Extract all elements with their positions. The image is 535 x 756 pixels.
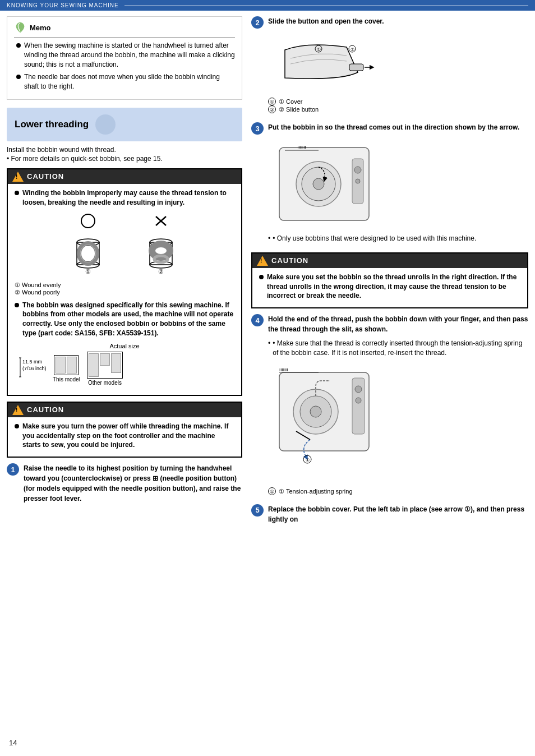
caution1-list-2: The bobbin was designed specifically for… <box>15 301 234 338</box>
size-box-other: Other models <box>87 352 123 386</box>
this-model-label: This model <box>53 376 80 382</box>
size-rect-inner-this <box>56 357 66 374</box>
svg-text:11.5 mm: 11.5 mm <box>22 359 42 365</box>
size-arrow-svg: 11.5 mm (7/16 inch) <box>15 353 48 381</box>
step-4-header: 4 Hold the end of the thread, push the b… <box>251 314 528 334</box>
cover-circle-2: ② <box>268 105 276 113</box>
caution-triangle-2 <box>12 405 24 415</box>
caution3-list: Make sure you set the bobbin so the thre… <box>259 273 520 301</box>
size-diagram: Actual size 11.5 mm (7/16 inch) <box>15 343 234 386</box>
section-decorative-circle <box>94 113 117 136</box>
cover-diagram-svg: ① ② <box>268 33 380 95</box>
size-box-this: This model <box>53 355 80 382</box>
caution1-item-2: The bobbin was designed specifically for… <box>15 301 234 338</box>
caution-header-3: CAUTION <box>252 253 527 268</box>
svg-text:(7/16 inch): (7/16 inch) <box>22 366 47 371</box>
svg-point-35 <box>356 179 360 183</box>
svg-point-1 <box>81 214 95 228</box>
other-models-label: Other models <box>88 380 122 386</box>
caution-label-2: CAUTION <box>27 405 64 414</box>
bobbin-diagram-labels: ① Wound evenly ② Wound poorly <box>15 282 234 296</box>
svg-text:①: ① <box>85 268 91 275</box>
memo-list: When the sewing machine is started or th… <box>14 41 235 91</box>
step-2-circle: 2 <box>251 16 264 29</box>
memo-box: Memo When the sewing machine is started … <box>7 16 242 100</box>
step-2-item: 2 Slide the button and open the cover. <box>251 16 528 113</box>
step-3-item: 3 Put the bobbin in so the thread comes … <box>251 122 528 243</box>
step-3-note: • Only use bobbins that were designed to… <box>268 234 528 243</box>
header-bar: KNOWING YOUR SEWING MACHINE <box>0 0 535 11</box>
step-5-header: 5 Replace the bobbin cover. Put the left… <box>251 504 528 524</box>
bobbin-label-2: ② Wound poorly <box>15 289 234 296</box>
install-note: • For more details on quick-set bobbin, … <box>7 155 242 163</box>
caution-box-3: CAUTION Make sure you set the bobbin so … <box>251 252 528 308</box>
step-1-text: Raise the needle to its highest position… <box>24 463 242 504</box>
size-rect-inner-other2 <box>100 353 110 366</box>
caution1-text-2: The bobbin was designed specifically for… <box>22 301 234 338</box>
memo-label: Memo <box>30 24 51 32</box>
svg-point-30 <box>313 178 324 190</box>
cover-circle-1: ① <box>268 98 276 105</box>
svg-text:②: ② <box>350 47 354 52</box>
caution2-bullet <box>15 424 19 428</box>
size-rect-this <box>54 355 79 375</box>
caution1-text-1: Winding the bobbin improperly may cause … <box>22 188 234 208</box>
step-5-circle: 5 <box>251 504 264 517</box>
bobbin-bad: ② <box>136 213 186 276</box>
caution-label-3: CAUTION <box>271 256 308 265</box>
thread-path-svg: ① IIIIIII <box>268 361 391 485</box>
svg-point-45 <box>356 398 361 403</box>
memo-item-2: The needle bar does not move when you sl… <box>16 72 235 91</box>
step-4-note: • Make sure that the thread is correctly… <box>268 339 528 358</box>
svg-point-34 <box>354 167 361 173</box>
bobbin-good: ① <box>63 213 113 276</box>
bobbin-label-1: ① Wound evenly <box>15 282 234 289</box>
svg-rect-25 <box>349 64 363 71</box>
bullet-1 <box>16 43 21 48</box>
caution2-list: Make sure you turn the power off while t… <box>15 422 234 450</box>
svg-text:①: ① <box>317 47 321 52</box>
step-4-content: • Make sure that the thread is correctly… <box>268 339 528 495</box>
caution-header-1: CAUTION <box>8 169 241 184</box>
caution-box-1: CAUTION Winding the bobbin improperly ma… <box>7 168 242 396</box>
svg-point-5 <box>79 243 97 264</box>
caution1-bullet-1 <box>15 191 19 195</box>
right-column: 2 Slide the button and open the cover. <box>251 16 528 533</box>
svg-text:IIIIIII: IIIIIII <box>297 145 306 150</box>
caution3-bullet <box>259 275 264 279</box>
checkmark-icon <box>80 213 96 229</box>
cover-label-1: ① ① Cover <box>268 98 528 105</box>
svg-text:②: ② <box>158 268 164 275</box>
caution2-text: Make sure you turn the power off while t… <box>22 422 234 450</box>
section-title-box: Lower threading <box>7 108 242 141</box>
step-5-text: Replace the bobbin cover. Put the left t… <box>268 504 528 524</box>
svg-point-39 <box>310 406 321 417</box>
bobbin-diagrams: ① <box>15 213 234 276</box>
caution-box-2: CAUTION Make sure you turn the power off… <box>7 402 242 458</box>
step-2-text: Slide the button and open the cover. <box>268 16 528 26</box>
page-number: 14 <box>9 739 17 747</box>
svg-text:IIIIIII: IIIIIII <box>279 367 288 372</box>
step-5-item: 5 Replace the bobbin cover. Put the left… <box>251 504 528 524</box>
step-3-text: Put the bobbin in so the thread comes ou… <box>268 122 528 132</box>
x-icon <box>153 213 169 229</box>
caution-triangle-1 <box>12 172 24 182</box>
step-4-item: 4 Hold the end of the thread, push the b… <box>251 314 528 495</box>
bobbin-insert-svg: IIIIIII <box>268 139 380 229</box>
caution2-item: Make sure you turn the power off while t… <box>15 422 234 450</box>
cover-label-2: ② ② Slide button <box>268 105 528 113</box>
caution-header-2: CAUTION <box>8 403 241 417</box>
caution-triangle-3 <box>257 256 268 266</box>
size-rect-inner-this2 <box>67 357 77 374</box>
svg-text:①: ① <box>306 458 310 463</box>
step-3-circle: 3 <box>251 122 264 135</box>
caution3-item: Make sure you set the bobbin so the thre… <box>259 273 520 301</box>
bobbin-good-svg: ① <box>63 231 113 276</box>
caution1-item-1: Winding the bobbin improperly may cause … <box>15 188 234 208</box>
svg-point-6 <box>80 245 96 262</box>
caution1-bullet-2 <box>15 303 19 307</box>
memo-icon <box>14 21 26 34</box>
step-1-item: 1 Raise the needle to its highest positi… <box>7 463 242 504</box>
step-2-labels: ① ① Cover ② ② Slide button <box>268 98 528 113</box>
step-4-label: ① ① Tension-adjusting spring <box>268 487 528 495</box>
